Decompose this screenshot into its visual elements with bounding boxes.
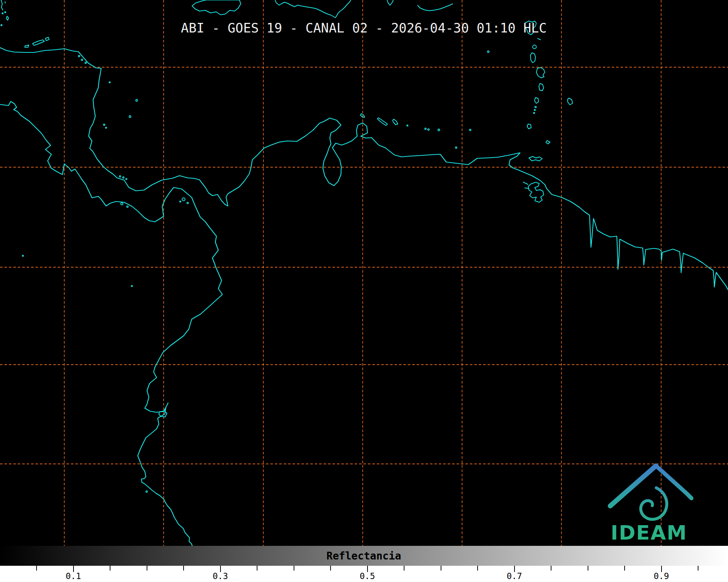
- island-roatan: [33, 40, 44, 45]
- colorbar-tick-label: 0.3: [213, 571, 228, 581]
- island-jamaica: [192, 0, 241, 15]
- satellite-map: IDEAM: [0, 0, 728, 582]
- satellite-image-viewport: IDEAM ABI - GOES 19 - CANAL 02 - 2026-04…: [0, 0, 728, 582]
- colorbar-tick-label: 0.7: [507, 571, 522, 581]
- colorbar-tick-label: 0.5: [360, 571, 375, 581]
- colorbar-minor-tick: [698, 566, 698, 571]
- island-barbados: [568, 98, 573, 105]
- island-grenada: [527, 124, 531, 129]
- island-guanaja: [45, 37, 49, 41]
- colorbar-tick-label: 0.1: [66, 571, 81, 581]
- islands: [1, 0, 573, 492]
- colorbar-minor-tick: [441, 566, 441, 571]
- colorbar-minor-tick: [330, 566, 331, 571]
- island-dominica: [530, 53, 536, 63]
- island-st-lucia: [539, 83, 544, 91]
- colorbar-minor-tick: [624, 566, 625, 571]
- ideam-logo: IDEAM: [610, 466, 691, 544]
- ideam-logo-text: IDEAM: [611, 521, 687, 544]
- colorbar-label: Reflectancia: [327, 550, 401, 562]
- colorbar-minor-tick: [404, 566, 404, 571]
- ideam-logo-spiral-icon: [641, 488, 667, 520]
- island-utila: [25, 45, 29, 47]
- island-marie-galante: [533, 45, 536, 49]
- colorbar-minor-tick: [147, 566, 147, 571]
- coastline-pacific: [0, 101, 222, 546]
- colorbar-minor-tick: [477, 566, 478, 571]
- island-curacao: [377, 118, 387, 125]
- coast-hispaniola-south: [275, 0, 351, 18]
- reflectance-colorbar: Reflectancia: [0, 546, 728, 566]
- colorbar-minor-tick: [257, 566, 257, 571]
- island-saona: [387, 0, 393, 5]
- image-title: ABI - GOES 19 - CANAL 02 - 2026-04-30 01…: [181, 21, 547, 35]
- island-st-vincent: [534, 97, 539, 103]
- colorbar-tick-label: 0.9: [654, 571, 669, 581]
- island-margarita: [529, 156, 542, 161]
- island-tobago: [546, 141, 550, 144]
- colorbar-minor-tick: [36, 566, 37, 571]
- island-martinique: [536, 68, 545, 78]
- colorbar-minor-tick: [551, 566, 551, 571]
- colorbar-minor-tick: [588, 566, 588, 571]
- colorbar-minor-tick: [110, 566, 110, 571]
- colorbar-minor-tick: [183, 566, 184, 571]
- island-trinidad: [523, 182, 544, 202]
- colorbar-axis: 0.10.30.50.70.9: [0, 566, 728, 582]
- coastline-caribbean-atlantic: [0, 48, 728, 290]
- coast-puerto-rico-south: [417, 4, 453, 11]
- colorbar-minor-tick: [294, 566, 294, 571]
- small-islands: [1, 11, 536, 492]
- coast-belize-fragments: [1, 0, 8, 20]
- island-bonaire: [393, 119, 398, 125]
- coastlines: [0, 48, 728, 546]
